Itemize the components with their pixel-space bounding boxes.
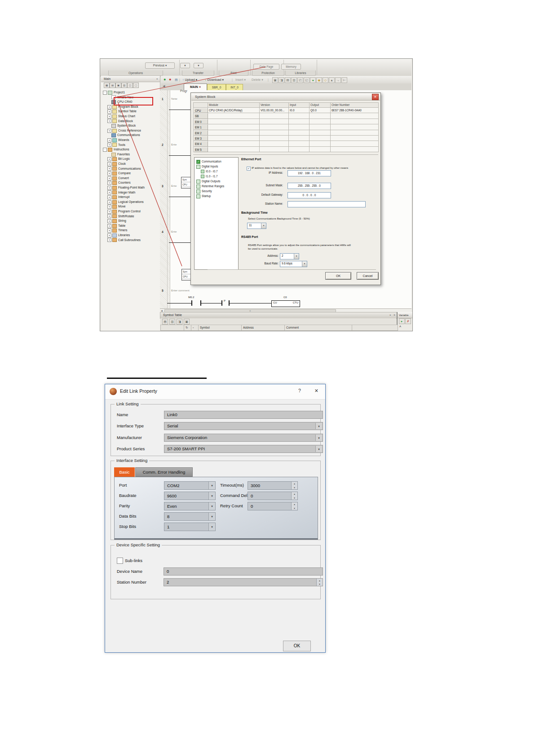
- module-table-row[interactable]: EM 1: [194, 124, 379, 130]
- expand-icon[interactable]: +: [107, 200, 111, 204]
- previous-button[interactable]: Previous ▾: [145, 62, 175, 69]
- tree-item-what-s-new[interactable]: What's New: [107, 95, 133, 100]
- product-series-field[interactable]: S7-200 SMART PPI▾: [164, 445, 323, 453]
- pin-icon[interactable]: ▪: [390, 312, 391, 318]
- tree-item-convert[interactable]: +Convert: [107, 176, 129, 180]
- module-row-label[interactable]: EM 1: [194, 124, 208, 130]
- expand-icon[interactable]: +: [107, 162, 111, 166]
- module-table-row[interactable]: SB: [194, 113, 379, 119]
- module-row-label[interactable]: EM 0: [194, 119, 208, 124]
- system-block-nav-communication[interactable]: ✓Communication: [196, 159, 221, 164]
- module-table-row[interactable]: CPUCPU CR40 (AC/DC/Relay)V01.00.00_00.00…: [194, 108, 379, 113]
- module-row-label[interactable]: EM 3: [194, 136, 208, 141]
- name-field[interactable]: Link0: [164, 411, 323, 419]
- column-header-icon[interactable]: [160, 325, 186, 331]
- station-number-field[interactable]: 2▴▾: [164, 578, 323, 586]
- options-icon[interactable]: ◱: [304, 77, 310, 83]
- force-icon[interactable]: ▲: [329, 77, 335, 83]
- insert-button[interactable]: Insert ▾: [235, 76, 246, 83]
- sort-icon[interactable]: ◨: [177, 319, 182, 325]
- delete-symbol-icon[interactable]: ▥: [169, 319, 175, 325]
- dropdown-button[interactable]: ▾: [194, 63, 203, 68]
- device-name-field[interactable]: 0: [164, 567, 323, 576]
- module-row-label[interactable]: EM 4: [194, 141, 208, 146]
- unlock-icon[interactable]: ◇: [323, 77, 328, 83]
- system-block-nav-startup[interactable]: Startup: [196, 194, 211, 198]
- parity-dropdown[interactable]: Even▾: [164, 502, 216, 510]
- check-icon[interactable]: [201, 175, 204, 178]
- tree-item-status-chart[interactable]: +Status Chart: [107, 114, 135, 119]
- command-delay-ms-stepper[interactable]: 0▴▾: [248, 492, 298, 500]
- network-comment[interactable]: Ente: [171, 230, 190, 233]
- fixed-ip-checkbox[interactable]: ✓: [247, 167, 251, 171]
- column-header-icon[interactable]: [352, 325, 398, 331]
- tree-item-floating-point-math[interactable]: +Floating-Point Math: [107, 185, 145, 190]
- dropdown-icon[interactable]: ▾: [315, 423, 322, 429]
- system-block-nav-i1-0-i1-7[interactable]: I1.0 - I1.7: [201, 174, 218, 178]
- module-table-row[interactable]: EM 5: [194, 147, 379, 152]
- filter-icon[interactable]: ▣: [184, 319, 190, 325]
- tree-item-program-control[interactable]: +Program Control: [107, 209, 141, 214]
- ribbon-group-libraries[interactable]: Libraries: [285, 70, 316, 76]
- tree-item-system-block[interactable]: System Block: [107, 123, 136, 128]
- view-monitor-icon[interactable]: ▢: [133, 83, 139, 88]
- expand-icon[interactable]: +: [107, 138, 111, 142]
- delete-button[interactable]: Delete ▾: [252, 76, 263, 83]
- insert-row-icon[interactable]: ▸: [399, 318, 405, 324]
- close-button[interactable]: ✕: [314, 388, 318, 393]
- baud-rate-select[interactable]: 9.6 kbps ▾: [280, 261, 307, 267]
- cancel-button[interactable]: Cancel: [357, 272, 379, 280]
- toggle-bookmark-icon[interactable]: ◰: [297, 77, 303, 83]
- bookmark-icon[interactable]: ▤: [285, 77, 291, 83]
- tree-item-table[interactable]: +Table: [107, 224, 125, 228]
- tab-basic[interactable]: Basic: [114, 467, 135, 477]
- ok-button[interactable]: OK: [325, 272, 351, 280]
- collapse-icon[interactable]: -: [103, 91, 107, 95]
- tree-item-compare[interactable]: +Compare: [107, 171, 131, 176]
- tree-item-wizards[interactable]: +Wizards: [107, 138, 129, 142]
- compile-icon[interactable]: ▤: [175, 76, 178, 83]
- dropdown-icon[interactable]: ▾: [315, 446, 322, 452]
- view-tree-icon[interactable]: ▦: [104, 83, 110, 88]
- tree-item-libraries[interactable]: +Libraries: [107, 233, 130, 237]
- column-header-address[interactable]: Address: [241, 325, 287, 331]
- download-button[interactable]: ↓ Download ▾: [205, 76, 224, 83]
- pin-icon[interactable]: ▪: [157, 76, 158, 82]
- tab-int0[interactable]: INT_0: [226, 84, 243, 90]
- module-row-label[interactable]: EM 2: [194, 130, 208, 136]
- baudrate-dropdown[interactable]: 9600▾: [164, 492, 216, 500]
- tree-item-communications[interactable]: Communications: [107, 133, 140, 137]
- subnet-mask-field[interactable]: 255 . 255 . 255 . 0: [287, 183, 331, 189]
- module-table-row[interactable]: EM 2: [194, 130, 379, 136]
- system-block-nav-i0-0-i0-7[interactable]: I0.0 - I0.7: [201, 169, 218, 173]
- module-row-label[interactable]: CPU: [194, 108, 208, 113]
- expand-icon[interactable]: +: [107, 129, 111, 133]
- insert-symbol-icon[interactable]: ▤: [162, 319, 168, 325]
- expand-icon[interactable]: +: [107, 110, 111, 114]
- station-name-field[interactable]: [287, 201, 366, 207]
- expand-icon[interactable]: +: [107, 143, 111, 147]
- spinner-icons[interactable]: ▴▾: [316, 579, 323, 586]
- memory-button[interactable]: Memory: [281, 64, 301, 70]
- stop-icon[interactable]: ●: [169, 76, 171, 83]
- default-gateway-field[interactable]: 0 . 0 . 0 . 0: [287, 192, 331, 198]
- spinner-icons[interactable]: ▴▾: [291, 482, 297, 489]
- tree-item-timers[interactable]: +Timers: [107, 228, 128, 233]
- arrow-right-icon[interactable]: →: [335, 77, 341, 83]
- tree-item-program-block[interactable]: +Program Block: [107, 105, 138, 109]
- tree-item-communications[interactable]: +Communications: [107, 167, 141, 171]
- nav-left-icon[interactable]: ◀: [163, 84, 165, 88]
- tree-item-integer-math[interactable]: +Integer Math: [107, 190, 135, 195]
- expand-icon[interactable]: +: [107, 238, 111, 242]
- pulse-contact-icon[interactable]: [221, 300, 222, 306]
- expand-icon[interactable]: +: [107, 186, 111, 190]
- port-dropdown[interactable]: COM2▾: [164, 481, 216, 490]
- background-time-select[interactable]: 11 ▾: [247, 223, 266, 229]
- expand-icon[interactable]: +: [107, 181, 111, 185]
- check-icon[interactable]: [196, 185, 200, 189]
- go-icon[interactable]: ●: [310, 77, 316, 83]
- expand-icon[interactable]: +: [107, 105, 111, 109]
- tree-item-interrupt[interactable]: +Interrupt: [107, 195, 129, 199]
- network-comment[interactable]: Enter comment: [171, 289, 225, 292]
- tab-close-icon[interactable]: ×: [199, 85, 201, 88]
